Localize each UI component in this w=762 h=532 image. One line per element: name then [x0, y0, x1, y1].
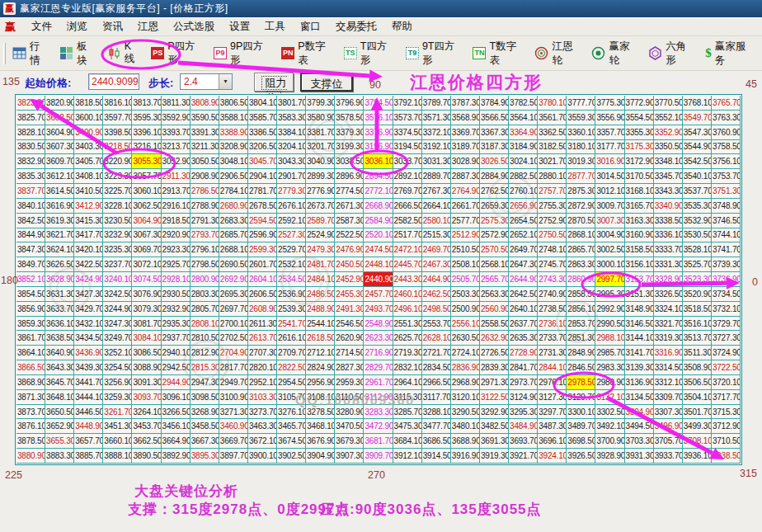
grid-cell[interactable]: 3554.50	[625, 111, 654, 125]
grid-cell[interactable]: 2587.30	[335, 214, 364, 228]
grid-cell[interactable]: 3758.50	[712, 140, 741, 155]
grid-cell[interactable]: 3710.50	[712, 434, 741, 449]
grid-cell[interactable]: 2721.70	[422, 346, 451, 360]
grid-cell[interactable]: 2988.10	[595, 331, 624, 346]
grid-cell[interactable]: 3352.90	[654, 125, 683, 140]
grid-cell[interactable]: 2863.30	[567, 257, 595, 272]
toolbar-button-K线[interactable]: K线	[105, 39, 142, 68]
grid-cell[interactable]: 3919.30	[480, 449, 509, 464]
key-cell-90度[interactable]: 3036.10	[364, 154, 393, 169]
grid-cell[interactable]: 3237.70	[103, 257, 132, 272]
grid-cell[interactable]: 3129.70	[567, 390, 595, 405]
grid-cell[interactable]: 3175.30	[625, 140, 654, 155]
grid-cell[interactable]: 3549.70	[683, 111, 712, 125]
grid-cell[interactable]: 3753.70	[712, 169, 741, 184]
grid-cell[interactable]: 3518.50	[683, 302, 712, 317]
grid-cell[interactable]: 3182.50	[538, 140, 567, 155]
grid-cell[interactable]: 3892.90	[162, 449, 190, 464]
grid-cell[interactable]: 2719.30	[393, 346, 422, 360]
grid-cell[interactable]: 3136.90	[625, 375, 654, 390]
grid-cell[interactable]: 2901.70	[277, 169, 306, 184]
menu-item-交易委托[interactable]: 交易委托	[328, 18, 384, 35]
grid-cell[interactable]: 2690.50	[219, 257, 248, 272]
grid-cell[interactable]: 3031.30	[422, 154, 451, 169]
grid-cell[interactable]: 3657.70	[74, 434, 103, 449]
grid-cell[interactable]: 3818.50	[74, 96, 103, 111]
grid-cell[interactable]: 3504.10	[683, 390, 712, 405]
grid-cell[interactable]: 3780.10	[538, 96, 567, 111]
grid-cell[interactable]: 2697.70	[219, 302, 248, 317]
grid-cell[interactable]: 2695.30	[219, 287, 248, 302]
grid-cell[interactable]: 3180.10	[567, 140, 595, 155]
grid-cell[interactable]: 2805.70	[190, 302, 219, 317]
grid-cell[interactable]: 3691.30	[480, 434, 509, 449]
grid-cell[interactable]: 3240.10	[103, 272, 132, 287]
grid-cell[interactable]: 3100.90	[219, 390, 248, 405]
grid-cell[interactable]: 3871.30	[16, 390, 45, 405]
grid-cell[interactable]: 3576.10	[364, 111, 393, 125]
grid-cell[interactable]: 2467.30	[422, 257, 451, 272]
grid-cell[interactable]: 2966.50	[422, 375, 451, 390]
grid-cell[interactable]: 3033.70	[393, 154, 422, 169]
grid-cell[interactable]: 3192.10	[422, 140, 451, 155]
grid-cell[interactable]: 3014.50	[595, 169, 624, 184]
grid-cell[interactable]: 2829.70	[364, 360, 393, 375]
grid-cell[interactable]: 3876.10	[16, 419, 45, 434]
grid-cell[interactable]: 3559.30	[567, 111, 595, 125]
grid-cell[interactable]: 3009.70	[595, 199, 624, 214]
grid-cell[interactable]: 3885.70	[74, 449, 103, 464]
grid-cell[interactable]: 2623.30	[364, 331, 393, 346]
grid-cell[interactable]: 2558.50	[480, 317, 509, 332]
grid-cell[interactable]: 3844.90	[16, 228, 45, 243]
grid-cell[interactable]: 3564.10	[509, 111, 538, 125]
grid-cell[interactable]: 3765.70	[712, 96, 741, 111]
grid-cell[interactable]: 2786.50	[190, 184, 219, 199]
grid-cell[interactable]: 3189.70	[451, 140, 480, 155]
grid-cell[interactable]: 3597.70	[103, 111, 132, 125]
grid-cell[interactable]: 3784.90	[480, 96, 509, 111]
grid-cell[interactable]: 3434.50	[74, 331, 103, 346]
grid-cell[interactable]: 3782.50	[509, 96, 538, 111]
grid-cell[interactable]: 2916.10	[162, 199, 190, 214]
grid-cell[interactable]: 3511.30	[683, 346, 712, 360]
grid-cell[interactable]: 3645.70	[45, 375, 74, 390]
grid-cell[interactable]: 2493.70	[364, 302, 393, 317]
grid-cell[interactable]: 2589.70	[306, 214, 335, 228]
grid-cell[interactable]: 2925.70	[162, 257, 190, 272]
grid-cell[interactable]: 2469.70	[422, 242, 451, 257]
grid-cell[interactable]: 3410.50	[74, 184, 103, 199]
grid-cell[interactable]: 2839.30	[480, 360, 509, 375]
grid-cell[interactable]: 3002.50	[595, 242, 624, 257]
grid-cell[interactable]: 3391.30	[190, 125, 219, 140]
grid-cell[interactable]: 2841.70	[509, 360, 538, 375]
grid-cell[interactable]: 3914.50	[422, 449, 451, 464]
grid-cell[interactable]: 3319.30	[654, 331, 683, 346]
grid-cell[interactable]: 3148.90	[625, 302, 654, 317]
grid-cell[interactable]: 3938.50	[712, 449, 741, 464]
grid-cell[interactable]: 2964.10	[393, 375, 422, 390]
start-price-input[interactable]: 2440.9099	[88, 73, 139, 90]
grid-cell[interactable]: 2541.70	[277, 317, 306, 332]
grid-cell[interactable]: 2932.90	[162, 302, 190, 317]
grid-cell[interactable]: 3796.90	[335, 96, 364, 111]
grid-cell[interactable]: 3122.50	[480, 390, 509, 405]
grid-cell[interactable]: 3799.30	[306, 96, 335, 111]
key-cell-135度[interactable]: 3055.30	[132, 154, 161, 169]
grid-cell[interactable]: 3924.10	[538, 449, 567, 464]
grid-cell[interactable]: 3312.10	[654, 375, 683, 390]
grid-cell[interactable]: 3340.90	[654, 199, 683, 214]
grid-cell[interactable]: 3736.90	[712, 272, 741, 287]
grid-cell[interactable]: 2599.30	[248, 242, 277, 257]
grid-cell[interactable]: 3916.90	[451, 449, 480, 464]
grid-cell[interactable]: 3861.70	[16, 331, 45, 346]
grid-cell[interactable]: 2692.90	[219, 272, 248, 287]
grid-cell[interactable]: 3662.50	[132, 434, 161, 449]
grid-cell[interactable]: 2887.30	[451, 169, 480, 184]
grid-cell[interactable]: 3228.10	[103, 199, 132, 214]
grid-cell[interactable]: 3837.70	[16, 184, 45, 199]
grid-cell[interactable]: 2596.90	[248, 228, 277, 243]
grid-cell[interactable]: 3600.10	[74, 111, 103, 125]
grid-cell[interactable]: 3556.90	[595, 111, 624, 125]
grid-cell[interactable]: 2580.10	[422, 214, 451, 228]
grid-cell[interactable]: 3813.70	[132, 96, 161, 111]
